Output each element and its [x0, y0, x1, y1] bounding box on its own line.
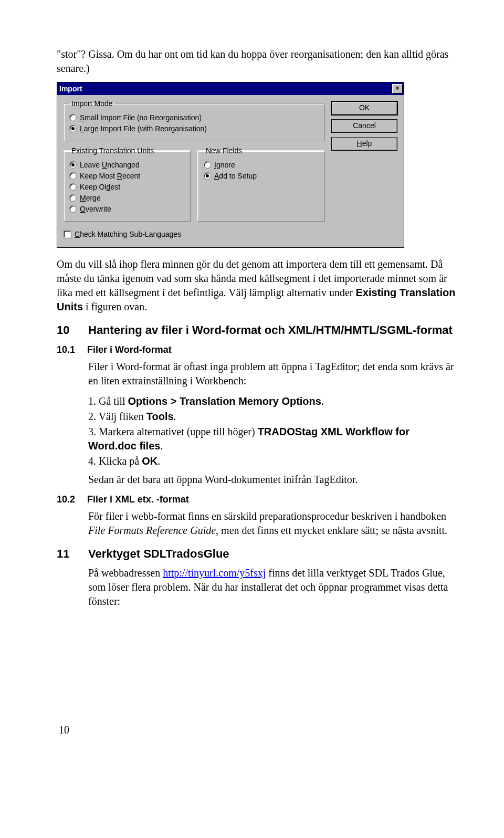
existing-units-legend: Existing Translation Units [69, 146, 156, 155]
after-dialog-paragraph: Om du vill slå ihop flera minnen gör du … [57, 257, 457, 314]
subheading-number: 10.1 [57, 344, 78, 355]
help-button[interactable]: Help [331, 137, 397, 151]
checkbox-label: Check Matching Sub-Languages [75, 230, 181, 238]
section-10-1-closing: Sedan är det bara att öppna Word-dokumen… [88, 473, 457, 487]
existing-units-group: Existing Translation Units Leave Unchang… [64, 146, 191, 222]
radio-label: Overwrite [80, 205, 111, 213]
radio-label: Leave Unchanged [80, 161, 140, 169]
radio-small-import[interactable]: Small Import File (no Reorganisation) [69, 113, 319, 122]
heading-number: 11 [57, 547, 76, 561]
import-mode-legend: Import Mode [69, 99, 115, 108]
list-item: 4. Klicka på OK. [88, 454, 457, 468]
radio-keep-oldest[interactable]: Keep Oldest [69, 183, 185, 191]
radio-icon [69, 125, 77, 132]
subheading-number: 10.2 [57, 494, 78, 505]
heading-title: Hantering av filer i Word-format och XML… [88, 323, 453, 337]
radio-overwrite[interactable]: Overwrite [69, 205, 185, 213]
radio-label: Small Import File (no Reorganisation) [80, 113, 202, 122]
list-item: 1. Gå till Options > Translation Memory … [88, 394, 457, 408]
radio-label: Add to Setup [214, 172, 257, 180]
radio-label: Large Import File (with Reorganisation) [80, 124, 207, 133]
radio-icon [69, 194, 77, 202]
dialog-title: Import [59, 85, 82, 93]
heading-10: 10 Hantering av filer i Word-format och … [57, 323, 457, 337]
radio-icon [204, 161, 211, 169]
radio-label: Merge [80, 194, 101, 202]
subheading-title: Filer i Word-format [87, 344, 172, 355]
new-fields-legend: New Fields [204, 146, 244, 155]
radio-label: Ignore [214, 161, 235, 169]
import-dialog: Import × Import Mode Small Import File (… [57, 82, 404, 248]
section-10-2-paragraph: För filer i webb-format finns en särskil… [88, 509, 457, 538]
close-icon[interactable]: × [392, 84, 403, 93]
section-11-paragraph: På webbadressen http://tinyurl.com/y5fsx… [88, 566, 457, 609]
radio-leave-unchanged[interactable]: Leave Unchanged [69, 161, 185, 169]
radio-icon [69, 205, 77, 213]
list-item: 2. Välj fliken Tools. [88, 410, 457, 424]
radio-icon [69, 183, 77, 191]
cancel-button[interactable]: Cancel [331, 119, 397, 133]
radio-keep-most-recent[interactable]: Keep Most Recent [69, 172, 185, 180]
radio-large-import[interactable]: Large Import File (with Reorganisation) [69, 124, 319, 133]
radio-label: Keep Most Recent [80, 172, 140, 180]
radio-icon [69, 172, 77, 180]
subheading-10-1: 10.1 Filer i Word-format [57, 344, 457, 355]
radio-add-to-setup[interactable]: Add to Setup [204, 172, 319, 180]
radio-icon [204, 172, 211, 180]
heading-title: Verktyget SDLTradosGlue [88, 547, 229, 561]
dialog-titlebar: Import × [57, 82, 404, 95]
page-number: 10 [59, 724, 457, 736]
intro-paragraph: "stor"? Gissa. Om du har ont om tid kan … [57, 47, 457, 76]
ok-button[interactable]: OK [331, 101, 397, 115]
radio-ignore[interactable]: Ignore [204, 161, 319, 169]
radio-merge[interactable]: Merge [69, 194, 185, 202]
section-10-1-paragraph: Filer i Word-format är oftast inga probl… [88, 360, 457, 388]
radio-label: Keep Oldest [80, 183, 120, 191]
import-mode-group: Import Mode Small Import File (no Reorga… [64, 99, 325, 141]
check-matching-sublang[interactable]: Check Matching Sub-Languages [64, 230, 325, 238]
heading-number: 10 [57, 323, 76, 337]
heading-11: 11 Verktyget SDLTradosGlue [57, 547, 457, 561]
checkbox-icon [64, 231, 71, 238]
radio-icon [69, 161, 77, 169]
tinyurl-link[interactable]: http://tinyurl.com/y5fsxj [163, 567, 266, 579]
list-item: 3. Markera alternativet (uppe till höger… [88, 425, 457, 453]
subheading-title: Filer i XML etx. -format [87, 494, 189, 505]
radio-icon [69, 114, 77, 121]
new-fields-group: New Fields Ignore Add to Setup [198, 146, 325, 222]
subheading-10-2: 10.2 Filer i XML etx. -format [57, 494, 457, 505]
numbered-list: 1. Gå till Options > Translation Memory … [88, 394, 457, 468]
